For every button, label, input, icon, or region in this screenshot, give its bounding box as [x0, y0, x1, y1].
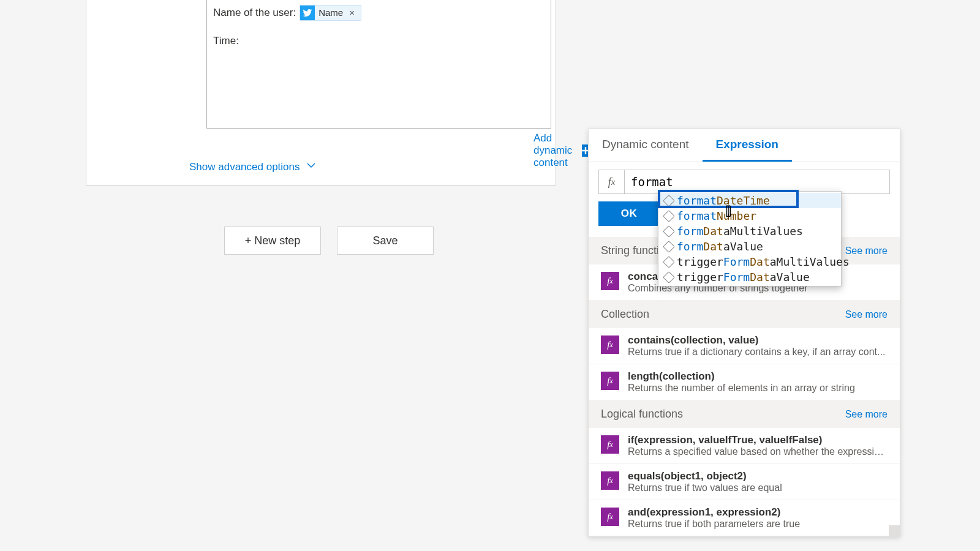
method-icon: [663, 210, 675, 222]
save-button[interactable]: Save: [337, 227, 434, 255]
add-dynamic-content-link[interactable]: Add dynamic content: [533, 132, 589, 169]
panel-tabs: Dynamic content Expression: [589, 129, 900, 162]
method-icon: [663, 241, 675, 253]
fn-contains[interactable]: fx contains(collection, value) Returns t…: [589, 328, 900, 364]
method-icon: [663, 271, 675, 283]
fx-icon: fx: [601, 335, 619, 354]
ok-button[interactable]: OK: [598, 201, 660, 226]
show-advanced-options[interactable]: Show advanced options: [189, 160, 316, 173]
autocomplete-item[interactable]: triggerFormDataMultiValues: [658, 254, 841, 269]
close-icon[interactable]: ×: [347, 5, 357, 21]
autocomplete-popup: formatDateTimeformatNumberformDataMultiV…: [658, 191, 842, 287]
fx-icon: fx: [601, 272, 619, 290]
compose-textarea[interactable]: Name of the user: Name × Time:: [206, 0, 551, 129]
fx-icon: fx: [598, 170, 624, 194]
compose-text-line2: Time:: [213, 33, 545, 49]
method-icon: [663, 195, 675, 207]
fn-length[interactable]: fx length(collection) Returns the number…: [589, 364, 900, 400]
fx-icon: fx: [601, 372, 619, 390]
tab-dynamic-content[interactable]: Dynamic content: [589, 129, 703, 162]
autocomplete-item[interactable]: triggerFormDataValue: [658, 269, 841, 285]
see-more-link[interactable]: See more: [845, 409, 888, 420]
new-step-button[interactable]: + New step: [224, 227, 321, 255]
see-more-link[interactable]: See more: [845, 246, 888, 257]
fx-icon: fx: [601, 471, 619, 490]
fn-if[interactable]: fx if(expression, valueIfTrue, valueIfFa…: [589, 428, 900, 464]
see-more-link[interactable]: See more: [845, 309, 888, 320]
autocomplete-item[interactable]: formDataMultiValues: [658, 223, 841, 239]
autocomplete-item[interactable]: formatNumber: [658, 208, 841, 223]
tab-expression[interactable]: Expression: [703, 129, 792, 162]
category-collection: Collection See more: [589, 301, 900, 328]
autocomplete-item[interactable]: formDataValue: [658, 239, 841, 254]
method-icon: [663, 256, 675, 268]
autocomplete-item[interactable]: formatDateTime: [658, 193, 841, 208]
chevron-down-icon: [306, 160, 316, 173]
fx-icon: fx: [601, 508, 619, 526]
fn-and[interactable]: fx and(expression1, expression2) Returns…: [589, 500, 900, 536]
compose-text-line1: Name of the user:: [213, 5, 296, 21]
expression-panel: Dynamic content Expression fx OK String …: [588, 129, 900, 537]
dynamic-token-label: Name: [318, 5, 343, 21]
scrollbar[interactable]: [889, 525, 900, 536]
expression-input[interactable]: [624, 170, 890, 194]
fn-equals[interactable]: fx equals(object1, object2) Returns true…: [589, 464, 900, 500]
flow-action-card: Name of the user: Name × Time: Add dynam…: [86, 0, 556, 186]
fx-icon: fx: [601, 435, 619, 454]
dynamic-token-name[interactable]: Name ×: [300, 5, 361, 21]
category-logical-functions: Logical functions See more: [589, 400, 900, 428]
method-icon: [663, 225, 675, 238]
twitter-icon: [300, 6, 315, 20]
